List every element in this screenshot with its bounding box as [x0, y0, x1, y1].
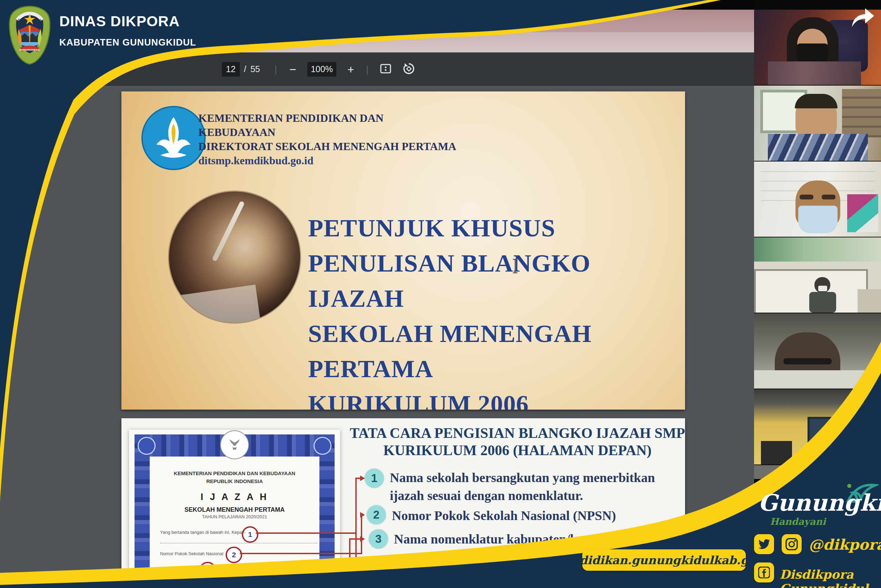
brand-tagline: Handayani	[758, 516, 838, 527]
video-conference-screen: 12 / 55 | − 100% + | K	[0, 0, 881, 588]
crest-banner-text: GUNUNGKIDUL	[19, 48, 40, 51]
brand-frame-overlay	[0, 0, 881, 588]
facebook-name: Disdikpora Gunungkidul	[779, 567, 881, 588]
agency-subtitle: KABUPATEN GUNUNGKIDUL	[59, 37, 196, 48]
brand-name: Gunungkidul	[758, 489, 872, 516]
facebook-icon[interactable]	[754, 562, 774, 582]
twitter-icon[interactable]	[754, 534, 774, 554]
instagram-handle: @dikpora_gk	[809, 536, 881, 553]
footer-url-pill[interactable]: pendidikan.gunungkidulkab.go.id	[582, 549, 746, 571]
footer-url-text: pendidikan.gunungkidulkab.go.id	[556, 554, 772, 567]
agency-name: DINAS DIKPORA	[59, 13, 180, 30]
gunungkidul-crest-logo: DHAKSINARGA GUNUNGKIDUL	[7, 5, 52, 66]
instagram-icon[interactable]	[782, 534, 802, 554]
